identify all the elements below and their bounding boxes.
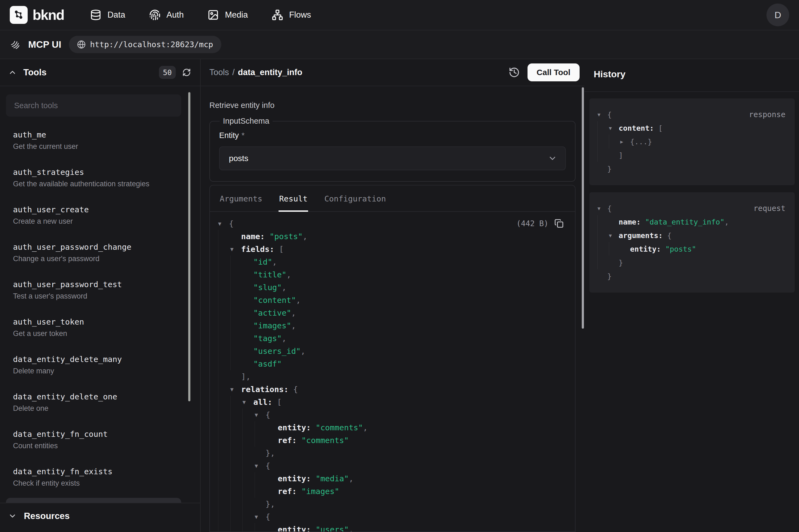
sidebar-scrollbar[interactable] xyxy=(188,92,190,401)
tool-name: auth_user_create xyxy=(13,205,174,215)
user-avatar[interactable]: D xyxy=(766,3,789,26)
tool-item-data_entity_fn_exists[interactable]: data_entity_fn_existsCheck if entity exi… xyxy=(6,460,181,494)
tree-toggle-icon[interactable]: ▼ xyxy=(597,112,607,117)
tool-item-data_entity_info[interactable]: data_entity_infoRetrieve entity info xyxy=(6,498,181,503)
tree-toggle-icon[interactable]: ▼ xyxy=(255,462,266,469)
database-icon xyxy=(90,9,101,21)
tool-item-auth_user_token[interactable]: auth_user_tokenGet a user token xyxy=(6,311,181,344)
json-string: "slug" xyxy=(253,283,282,292)
tree-toggle-icon[interactable]: ▶ xyxy=(620,139,630,145)
main-scrollbar[interactable] xyxy=(582,87,584,329)
tree-toggle-icon[interactable]: ▼ xyxy=(609,125,619,131)
json-key: entity: xyxy=(278,525,311,532)
tree-toggle-icon[interactable]: ▼ xyxy=(243,399,253,405)
server-url-pill[interactable]: http://localhost:28623/mcp xyxy=(69,36,221,53)
refresh-icon[interactable] xyxy=(182,68,191,77)
tool-item-data_entity_fn_count[interactable]: data_entity_fn_countCount entities xyxy=(6,423,181,457)
tool-item-auth_user_password_test[interactable]: auth_user_password_testTest a user's pas… xyxy=(6,273,181,307)
tools-sidebar: Tools 50 auth_meGet the current userauth… xyxy=(0,59,201,532)
tab-bar: ArgumentsResultConfiguration xyxy=(210,186,575,212)
json-punct: } xyxy=(607,272,612,280)
tab-result[interactable]: Result xyxy=(279,186,308,212)
breadcrumb-tools-link[interactable]: Tools xyxy=(209,68,229,77)
entry-direction-label: request xyxy=(754,204,785,213)
indent-guide xyxy=(230,485,243,498)
tool-item-auth_me[interactable]: auth_meGet the current user xyxy=(6,124,181,157)
tool-item-auth_user_password_change[interactable]: auth_user_password_changeChange a user's… xyxy=(6,236,181,269)
tree-toggle-icon[interactable]: ▼ xyxy=(230,386,241,393)
json-line: ▶{...} xyxy=(597,135,785,148)
json-key: entity: xyxy=(278,474,311,483)
input-schema-fieldset: InputSchema Entity* posts xyxy=(209,117,575,182)
breadcrumb-separator: / xyxy=(232,68,234,77)
tool-name: data_entity_delete_many xyxy=(13,354,174,364)
entity-select[interactable]: posts xyxy=(219,147,566,170)
resources-section-header[interactable]: Resources xyxy=(0,503,200,532)
history-header: History xyxy=(585,59,799,92)
history-card-response[interactable]: ▼{response▼content: [▶{...}]} xyxy=(589,98,795,185)
tab-arguments[interactable]: Arguments xyxy=(219,186,263,212)
indent-guide xyxy=(230,523,243,531)
json-punct: , xyxy=(349,474,354,483)
json-line: "images", xyxy=(218,319,564,332)
brand-logo[interactable]: bknd xyxy=(10,6,64,24)
tool-name: auth_me xyxy=(13,130,174,140)
collapse-chevron-up-icon[interactable] xyxy=(8,68,17,77)
indent-guide xyxy=(243,485,255,498)
search-input[interactable] xyxy=(6,94,181,117)
nav-item-flows[interactable]: Flows xyxy=(272,9,311,21)
json-line: name: "posts", xyxy=(218,230,564,243)
tool-item-data_entity_delete_many[interactable]: data_entity_delete_manyDelete many xyxy=(6,348,181,382)
entry-direction-label: response xyxy=(749,110,785,119)
history-card-request[interactable]: ▼{requestname: "data_entity_info",▼argum… xyxy=(589,192,795,292)
result-tabbox: ArgumentsResultConfiguration (442 B) ▼{n… xyxy=(209,185,575,532)
nav-item-data[interactable]: Data xyxy=(90,9,125,21)
tool-item-auth_user_create[interactable]: auth_user_createCreate a new user xyxy=(6,198,181,232)
indent-guide xyxy=(218,306,230,319)
tool-name: auth_strategies xyxy=(13,167,174,177)
history-clock-icon[interactable] xyxy=(509,67,520,78)
indent-guide xyxy=(597,229,609,242)
json-line: entity: "media", xyxy=(218,472,564,485)
tree-toggle-icon[interactable]: ▼ xyxy=(230,246,241,252)
json-string: "posts" xyxy=(265,232,303,241)
json-string: "data_entity_info" xyxy=(641,218,724,226)
indent-guide xyxy=(218,281,230,294)
json-line: }, xyxy=(218,498,564,510)
json-line: ▼{ xyxy=(218,408,564,421)
indent-guide xyxy=(218,523,230,531)
json-punct: } xyxy=(619,259,623,267)
json-punct: , xyxy=(291,308,296,318)
tools-list-scroll: auth_meGet the current userauth_strategi… xyxy=(0,86,200,503)
tree-toggle-icon[interactable]: ▼ xyxy=(597,206,607,211)
nav-item-media[interactable]: Media xyxy=(208,9,248,21)
indent-guide xyxy=(243,408,255,421)
indent-guide xyxy=(243,498,255,510)
indent-guide xyxy=(255,421,267,434)
indent-guide xyxy=(597,242,609,256)
json-punct: { xyxy=(607,110,612,119)
nav-item-auth[interactable]: Auth xyxy=(149,9,184,21)
indent-guide xyxy=(218,345,230,357)
indent-guide xyxy=(243,459,255,472)
json-punct: , xyxy=(363,423,367,432)
json-punct: , xyxy=(291,321,296,330)
tool-item-auth_strategies[interactable]: auth_strategiesGet the available authent… xyxy=(6,161,181,195)
tool-item-data_entity_delete_one[interactable]: data_entity_delete_oneDelete one xyxy=(6,385,181,419)
indent-guide xyxy=(255,472,267,485)
indent-guide xyxy=(243,446,255,459)
json-string: "images" xyxy=(253,321,291,330)
copy-icon[interactable] xyxy=(554,219,564,228)
tree-toggle-icon[interactable]: ▼ xyxy=(255,412,266,418)
history-list: ▼{response▼content: [▶{...}]}▼{requestna… xyxy=(585,92,799,532)
tree-toggle-icon[interactable]: ▼ xyxy=(218,221,229,227)
indent-guide xyxy=(218,319,230,332)
indent-guide xyxy=(218,485,230,498)
json-punct: { xyxy=(607,204,612,213)
json-punct: , xyxy=(272,257,277,267)
call-tool-button[interactable]: Call Tool xyxy=(528,63,579,81)
tab-configuration[interactable]: Configuration xyxy=(324,186,386,212)
breadcrumb: Tools/data_entity_info xyxy=(209,68,302,77)
tree-toggle-icon[interactable]: ▼ xyxy=(255,514,266,520)
tree-toggle-icon[interactable]: ▼ xyxy=(609,233,619,238)
